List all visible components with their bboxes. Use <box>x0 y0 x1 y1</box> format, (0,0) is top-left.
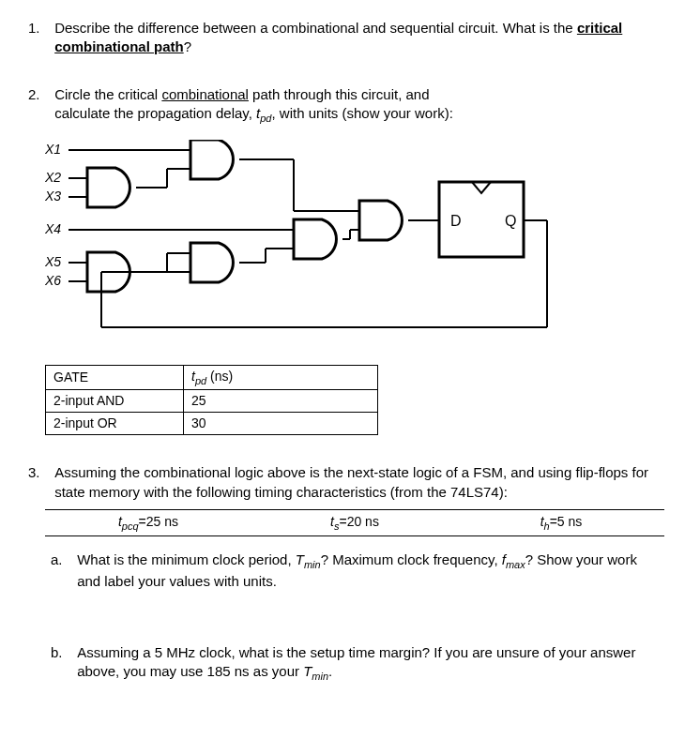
q3b-body: Assuming a 5 MHz clock, what is the setu… <box>77 643 640 684</box>
timing-table: tpcq=25 ns ts=20 ns th=5 ns <box>45 509 664 537</box>
gate-delay-table: GATE tpd (ns) 2-input AND 25 2-input OR … <box>45 365 378 435</box>
timing-cell: th=5 ns <box>458 509 664 536</box>
q1-text-a: Describe the difference between a combin… <box>54 20 577 36</box>
label-x3: X3 <box>45 189 61 204</box>
q2-number: 2. <box>28 85 51 104</box>
label-x1: X1 <box>45 142 61 157</box>
q1-number: 1. <box>28 19 51 38</box>
q1-text-c: ? <box>184 38 191 54</box>
q3a-body: What is the minimum clock period, Tmin? … <box>77 550 640 591</box>
q2-line2-a: calculate the propagation delay, <box>54 105 256 121</box>
and-gate-4 <box>190 243 233 282</box>
q3-number: 3. <box>28 463 51 482</box>
and-gate-2 <box>190 140 233 179</box>
ff-q-label: Q <box>505 213 516 229</box>
table-header-gate: GATE <box>46 365 184 390</box>
label-x2: X2 <box>45 170 61 185</box>
label-x5: X5 <box>45 254 61 269</box>
q2-line2-b: , with units (show your work): <box>271 105 452 121</box>
and-gate-6 <box>359 201 402 240</box>
q2-line1-b: combinational <box>161 86 249 102</box>
question-2: 2. Circle the critical combinational pat… <box>28 85 672 436</box>
and-gate-5 <box>294 219 336 259</box>
question-1: 1. Describe the difference between a com… <box>28 19 672 57</box>
and-gate-1 <box>87 168 129 207</box>
table-row: 2-input AND 25 <box>46 390 378 413</box>
ff-d-label: D <box>450 213 462 229</box>
question-3: 3. Assuming the combinational logic abov… <box>28 463 672 683</box>
label-x6: X6 <box>45 273 61 288</box>
q2-body: Circle the critical combinational path t… <box>54 85 664 126</box>
circuit-diagram: X1 X2 X3 X4 X5 X6 <box>45 140 672 351</box>
label-x4: X4 <box>45 221 61 236</box>
table-header-tpd: tpd (ns) <box>184 365 378 390</box>
q3b: b. Assuming a 5 MHz clock, what is the s… <box>51 643 672 684</box>
timing-cell: tpcq=25 ns <box>45 509 251 536</box>
timing-cell: ts=20 ns <box>251 509 458 536</box>
q3-intro: Assuming the combinational logic above i… <box>54 463 664 502</box>
q2-sub: pd <box>260 113 271 124</box>
q2-line1-c: path through this circuit, and <box>249 86 430 102</box>
q1-body: Describe the difference between a combin… <box>54 19 664 57</box>
q3a: a. What is the minimum clock period, Tmi… <box>51 550 672 591</box>
q2-line1-a: Circle the critical <box>54 86 161 102</box>
q3a-number: a. <box>51 550 73 569</box>
table-row: 2-input OR 30 <box>46 413 378 435</box>
q3b-number: b. <box>51 643 73 662</box>
